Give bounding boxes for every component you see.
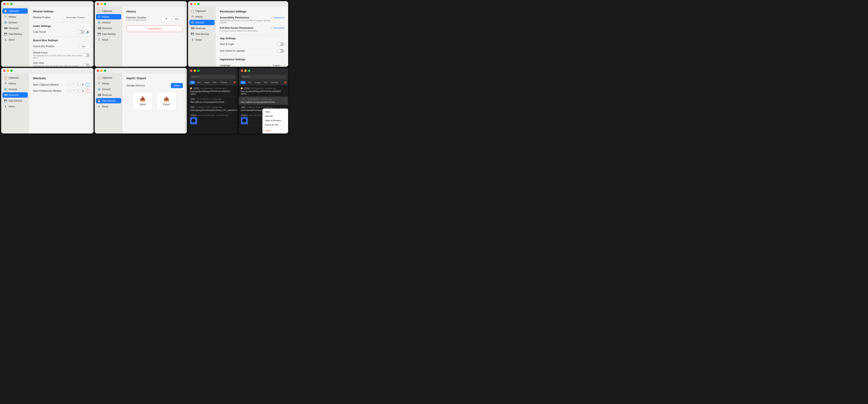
databackup-icon-4: 💾: [4, 99, 7, 102]
ctx-favorite[interactable]: Favorite: [262, 114, 288, 118]
ctx-export-file[interactable]: Export as File: [262, 123, 288, 127]
close-button-4[interactable]: [3, 69, 5, 72]
sidebar-item-clipboard-3[interactable]: 📋 Clipboard: [189, 8, 215, 14]
copy-sound-toggle[interactable]: [78, 30, 85, 34]
sidebar-item-about-5[interactable]: ℹ About: [96, 104, 121, 109]
sidebar-item-clipboard[interactable]: 📋 Clipboard: [2, 8, 28, 14]
default-focus-toggle[interactable]: [83, 53, 90, 57]
maximize-button-7[interactable]: [248, 69, 250, 72]
sidebar-item-about-4[interactable]: ℹ About: [2, 104, 28, 109]
maximize-button-3[interactable]: [197, 3, 199, 5]
sidebar-item-general-2[interactable]: ⚙️ General: [96, 20, 121, 25]
close-button-5[interactable]: [97, 69, 99, 72]
pin-icon-2[interactable]: 📌: [284, 81, 286, 84]
language-dropdown[interactable]: English ▾: [271, 63, 284, 67]
content-5: Import / Export Storage Directory Open 📥…: [122, 73, 187, 133]
sidebar-item-clipboard-2[interactable]: 📋 Clipboard: [96, 8, 121, 14]
sidebar-item-databackup-3[interactable]: 💾 Data Backup: [189, 31, 215, 37]
sidebar-item-shortcuts-5[interactable]: ⌨ Shortcuts: [96, 92, 121, 98]
close-button[interactable]: [3, 3, 5, 5]
clip-item-color-1[interactable]: Color 46 Character(s) 5 minutes ago line…: [188, 86, 238, 97]
sidebar-item-shortcuts-4[interactable]: ⌨ Shortcuts: [2, 92, 28, 98]
sidebar-item-history[interactable]: ⏱ History: [2, 14, 28, 20]
filter-file-2[interactable]: File: [262, 81, 269, 84]
minimize-button-7[interactable]: [244, 69, 247, 72]
maximize-button-4[interactable]: [10, 69, 13, 72]
window-body-2: 📋 Clipboard ⏱ History ⚙️ General ⌨ Short…: [95, 7, 187, 67]
window-position-dropdown[interactable]: Remember Position ▾: [64, 15, 90, 20]
filter-favorite-2[interactable]: Favorite: [269, 81, 279, 84]
sidebar-item-about-3[interactable]: ℹ About: [189, 37, 215, 42]
sidebar-item-shortcuts-2[interactable]: ⌨ Shortcuts: [96, 26, 121, 31]
sidebar-2: 📋 Clipboard ⏱ History ⚙️ General ⌨ Short…: [95, 7, 122, 67]
sidebar-item-history-2[interactable]: ⏱ History: [96, 14, 121, 20]
maximize-button-2[interactable]: [104, 3, 106, 5]
shortcuts-icon-5: ⌨: [97, 94, 101, 96]
minimize-button[interactable]: [7, 3, 9, 5]
clip-item-color-2[interactable]: Color 46 Character(s) 5 minutes ago line…: [239, 86, 288, 97]
search-input-2[interactable]: [241, 75, 286, 79]
clip-item-link-2[interactable]: Link 36 Character(s) 5 minutes ago ☆ ⎘ h…: [239, 97, 288, 105]
maximize-button-5[interactable]: [104, 69, 106, 72]
close-button-3[interactable]: [190, 3, 192, 5]
sidebar-item-shortcuts[interactable]: ⌨ Shortcuts: [2, 26, 28, 31]
ctx-delete-above[interactable]: Delete Above: [262, 133, 288, 133]
sidebar-item-general-4[interactable]: ⚙️ General: [2, 87, 28, 92]
close-button-2[interactable]: [97, 3, 99, 5]
ctx-copy[interactable]: Copy: [262, 109, 288, 114]
sidebar-item-general-3[interactable]: ⚙️ General: [189, 20, 215, 25]
sidebar-item-history-3[interactable]: ⏱ History: [189, 14, 215, 20]
close-button-7[interactable]: [241, 69, 243, 72]
filter-text-2[interactable]: Text: [246, 81, 253, 84]
retention-input[interactable]: [161, 16, 171, 21]
maximize-button[interactable]: [10, 3, 13, 5]
filter-text-1[interactable]: Text: [195, 81, 202, 84]
sidebar-item-history-5[interactable]: ⏱ History: [96, 81, 121, 86]
close-button-6[interactable]: [190, 69, 192, 72]
sidebar-item-about-2[interactable]: ℹ About: [96, 37, 121, 42]
ctx-open-browser[interactable]: Open in Browser: [262, 118, 288, 123]
search-position-dropdown[interactable]: Top ▾: [80, 44, 90, 48]
minimize-button-3[interactable]: [194, 3, 196, 5]
ctx-delete[interactable]: Delete: [262, 128, 288, 133]
maximize-button-6[interactable]: [197, 69, 199, 72]
sidebar-item-databackup-2[interactable]: 💾 Data Backup: [96, 31, 121, 37]
minimize-button-6[interactable]: [194, 69, 196, 72]
filter-image-1[interactable]: Image: [203, 81, 211, 84]
sidebar-3: 📋 Clipboard ⏱ History ⚙️ General ⌨ Short…: [188, 7, 216, 67]
minimize-button-2[interactable]: [100, 3, 103, 5]
databackup-icon-2: 💾: [97, 32, 101, 35]
minimize-button-5[interactable]: [100, 69, 103, 72]
filter-all-1[interactable]: All: [190, 81, 195, 84]
clip-item-file-1[interactable]: File 1 File(s) 9.73 MB 5 minutes ago /Us…: [188, 105, 238, 113]
sidebar-item-history-4[interactable]: ⏱ History: [2, 81, 28, 86]
sidebar-item-databackup-4[interactable]: 💾 Data Backup: [2, 98, 28, 103]
appearance-title: Appearance Settings: [220, 58, 284, 61]
history-icon-3: ⏱: [191, 15, 194, 18]
pin-icon-1[interactable]: 📌: [233, 81, 236, 84]
sidebar-item-general-5[interactable]: ⚙️ General: [96, 87, 121, 92]
filter-all-2[interactable]: All: [240, 81, 246, 84]
filter-favorite-1[interactable]: Favorite: [218, 81, 229, 84]
clear-history-button[interactable]: Clear History: [126, 26, 183, 32]
sidebar-item-databackup-5[interactable]: 💾 Data Backup: [96, 98, 121, 103]
auto-clear-toggle[interactable]: [83, 63, 90, 67]
sidebar-item-clipboard-5[interactable]: 📋 Clipboard: [96, 75, 121, 80]
start-login-toggle[interactable]: [277, 42, 284, 46]
filter-image-2[interactable]: Image: [253, 81, 262, 84]
import-button[interactable]: 📥 Import: [133, 92, 153, 110]
sidebar-item-databackup[interactable]: 💾 Data Backup: [2, 31, 28, 37]
clip-item-image-1[interactable]: Image 80.41 KB 1024×1024 13 minutes ago …: [188, 113, 238, 126]
sidebar-item-clipboard-4[interactable]: 📋 Clipboard: [2, 75, 28, 80]
retention-unit-dropdown[interactable]: Day ▾: [173, 16, 183, 21]
export-button[interactable]: 📤 Export: [157, 92, 176, 110]
auto-update-toggle[interactable]: [277, 49, 284, 53]
minimize-button-4[interactable]: [7, 69, 9, 72]
filter-file-1[interactable]: File: [212, 81, 218, 84]
clip-item-link-1[interactable]: Link 36 Character(s) 5 minutes ago https…: [188, 97, 238, 105]
sidebar-item-about[interactable]: ℹ About: [2, 37, 28, 42]
sidebar-item-shortcuts-3[interactable]: ⌨ Shortcuts: [189, 26, 215, 31]
open-directory-button[interactable]: Open: [171, 83, 183, 88]
sidebar-item-general[interactable]: ⚙️ General: [2, 20, 28, 25]
search-input-1[interactable]: [190, 75, 236, 79]
